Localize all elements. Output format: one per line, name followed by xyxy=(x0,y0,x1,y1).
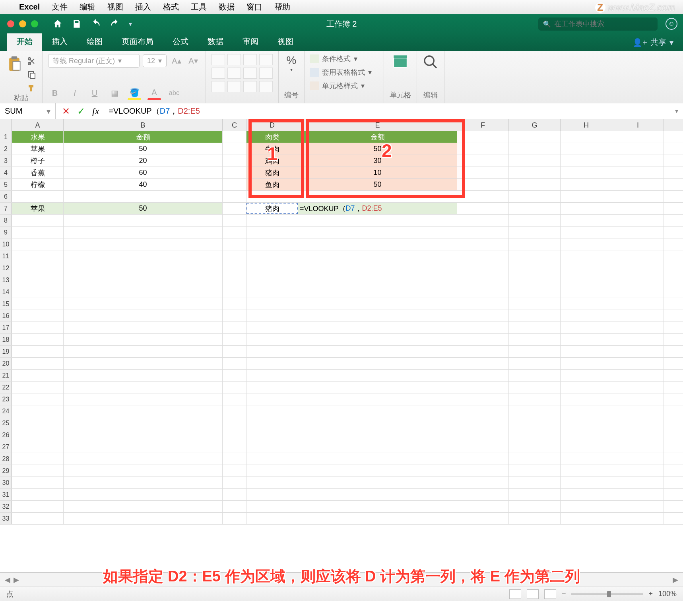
align-left-icon[interactable] xyxy=(211,68,225,79)
cell-F9[interactable] xyxy=(457,227,509,238)
undo-icon[interactable] xyxy=(91,19,101,29)
cell-H27[interactable] xyxy=(561,441,612,453)
cell-C15[interactable] xyxy=(223,298,246,310)
rowhead-32[interactable]: 32 xyxy=(0,501,12,512)
cell-C7[interactable] xyxy=(223,203,246,214)
select-all-corner[interactable] xyxy=(0,119,12,131)
rowhead-4[interactable]: 4 xyxy=(0,167,12,178)
cell-C23[interactable] xyxy=(223,393,246,405)
cell-E33[interactable] xyxy=(298,513,457,524)
accept-icon[interactable]: ✓ xyxy=(77,106,85,117)
cell-C27[interactable] xyxy=(223,441,246,453)
cell-C16[interactable] xyxy=(223,310,246,322)
cell-H20[interactable] xyxy=(561,358,612,369)
cell-D12[interactable] xyxy=(246,262,298,274)
increase-font-icon[interactable]: A▴ xyxy=(170,54,183,68)
cell-E30[interactable] xyxy=(298,477,457,488)
cell-A15[interactable] xyxy=(12,298,64,310)
cell-C22[interactable] xyxy=(223,382,246,393)
cell-D14[interactable] xyxy=(246,286,298,298)
cell-I7[interactable] xyxy=(612,203,664,214)
cell-A1[interactable]: 水果 xyxy=(12,131,64,143)
cell-E1[interactable]: 金额 xyxy=(298,131,457,143)
cell-I22[interactable] xyxy=(612,382,664,393)
cell-H28[interactable] xyxy=(561,453,612,465)
merge-icon[interactable] xyxy=(259,68,273,79)
cell-F21[interactable] xyxy=(457,370,509,381)
cell-G26[interactable] xyxy=(509,429,561,441)
cell-I33[interactable] xyxy=(612,513,664,524)
cell-E17[interactable] xyxy=(298,322,457,333)
cell-I24[interactable] xyxy=(612,405,664,417)
cell-B2[interactable]: 50 xyxy=(64,143,223,155)
cell-H3[interactable] xyxy=(561,155,612,167)
rowhead-5[interactable]: 5 xyxy=(0,179,12,190)
cell-I1[interactable] xyxy=(612,131,664,143)
cell-D21[interactable] xyxy=(246,370,298,381)
cell-I15[interactable] xyxy=(612,298,664,310)
rowhead-6[interactable]: 6 xyxy=(0,191,12,202)
cell-E6[interactable] xyxy=(298,191,457,202)
formula-input[interactable]: =VLOOKUP（D7，D2:E5 xyxy=(105,106,670,116)
cell-E19[interactable] xyxy=(298,346,457,357)
cell-A19[interactable] xyxy=(12,346,64,357)
cell-B23[interactable] xyxy=(64,393,223,405)
cell-F15[interactable] xyxy=(457,298,509,310)
format-painter-icon[interactable] xyxy=(27,83,37,93)
cell-H19[interactable] xyxy=(561,346,612,357)
cell-G9[interactable] xyxy=(509,227,561,238)
cell-F10[interactable] xyxy=(457,238,509,250)
cell-C14[interactable] xyxy=(223,286,246,298)
percent-button[interactable]: %▾ xyxy=(284,54,299,72)
cell-A9[interactable] xyxy=(12,227,64,238)
cell-D30[interactable] xyxy=(246,477,298,488)
tab-home[interactable]: 开始 xyxy=(7,32,42,51)
cell-F27[interactable] xyxy=(457,441,509,453)
cell-F4[interactable] xyxy=(457,167,509,178)
cell-C5[interactable] xyxy=(223,179,246,190)
cell-D27[interactable] xyxy=(246,441,298,453)
cell-A10[interactable] xyxy=(12,238,64,250)
cell-C12[interactable] xyxy=(223,262,246,274)
rowhead-29[interactable]: 29 xyxy=(0,465,12,477)
redo-icon[interactable] xyxy=(110,19,120,29)
conditional-format-button[interactable]: 条件格式 ▾ xyxy=(310,54,378,64)
cell-I4[interactable] xyxy=(612,167,664,178)
indent-inc-icon[interactable] xyxy=(227,81,241,92)
rowhead-26[interactable]: 26 xyxy=(0,429,12,441)
cell-C2[interactable] xyxy=(223,143,246,155)
cell-A5[interactable]: 柠檬 xyxy=(12,179,64,190)
close-icon[interactable] xyxy=(7,20,14,27)
cut-icon[interactable] xyxy=(27,56,37,66)
cell-B26[interactable] xyxy=(64,429,223,441)
cell-D9[interactable] xyxy=(246,227,298,238)
find-button[interactable] xyxy=(423,54,439,70)
cell-H18[interactable] xyxy=(561,334,612,345)
cell-F29[interactable] xyxy=(457,465,509,477)
cell-E7[interactable]: =VLOOKUP（D7，D2:E5 xyxy=(298,203,457,214)
cell-I13[interactable] xyxy=(612,274,664,286)
cell-C4[interactable] xyxy=(223,167,246,178)
cell-C24[interactable] xyxy=(223,405,246,417)
col-E[interactable]: E xyxy=(298,119,457,131)
cell-G22[interactable] xyxy=(509,382,561,393)
view-normal-icon[interactable] xyxy=(509,589,521,599)
cell-G3[interactable] xyxy=(509,155,561,167)
cell-I9[interactable] xyxy=(612,227,664,238)
cell-H23[interactable] xyxy=(561,393,612,405)
cell-I19[interactable] xyxy=(612,346,664,357)
cell-C29[interactable] xyxy=(223,465,246,477)
cell-B24[interactable] xyxy=(64,405,223,417)
cell-F1[interactable] xyxy=(457,131,509,143)
qat-dropdown-icon[interactable]: ▾ xyxy=(129,20,132,28)
cell-A24[interactable] xyxy=(12,405,64,417)
menu-edit[interactable]: 编辑 xyxy=(80,2,95,12)
cell-C32[interactable] xyxy=(223,501,246,512)
cell-D11[interactable] xyxy=(246,250,298,262)
cell-H29[interactable] xyxy=(561,465,612,477)
cell-E22[interactable] xyxy=(298,382,457,393)
cell-C33[interactable] xyxy=(223,513,246,524)
decrease-font-icon[interactable]: A▾ xyxy=(186,54,200,68)
font-size-combo[interactable]: 12▾ xyxy=(143,54,167,67)
cell-A21[interactable] xyxy=(12,370,64,381)
